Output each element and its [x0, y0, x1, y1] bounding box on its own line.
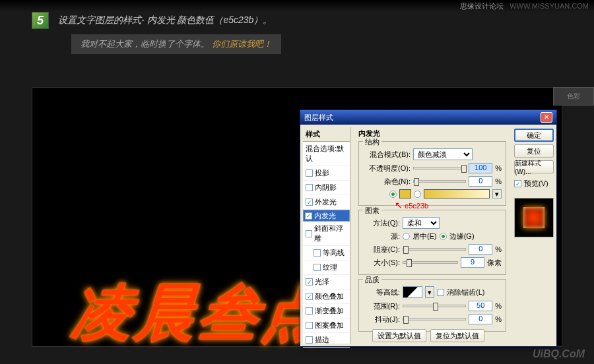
style-checkbox[interactable]: ✓	[306, 293, 313, 300]
new-style-button[interactable]: 新建样式(W)...	[514, 160, 554, 173]
reset-default-button[interactable]: 复位为默认值	[430, 329, 484, 342]
glowing-text-preview: 凌晨叁点	[69, 272, 329, 354]
step-instruction: 设置文字图层的样式- 内发光 颜色数值（e5c23b）。	[58, 15, 272, 26]
quality-group: 品质 等高线: ▾ 消除锯齿(L) 范围(R): 50 % 抖动(J):	[358, 279, 506, 332]
size-value[interactable]: 9	[461, 257, 484, 268]
antialias-label: 消除锯齿(L)	[447, 288, 484, 297]
style-item-5[interactable]: 等高线	[303, 246, 350, 260]
contour-dropdown-icon[interactable]: ▾	[425, 286, 434, 298]
style-checkbox[interactable]	[306, 322, 313, 329]
annotation-arrow-icon: ↖	[395, 200, 403, 210]
blend-options-default[interactable]: 混合选项:默认	[303, 142, 350, 166]
style-item-11[interactable]: 描边	[303, 333, 350, 348]
noise-slider[interactable]	[413, 180, 466, 183]
styles-list-panel: 样式 混合选项:默认 投影内阴影✓外发光✓内发光斜面和浮雕等高线纹理✓光泽✓颜色…	[303, 127, 350, 344]
opacity-value[interactable]: 100	[469, 163, 492, 173]
style-item-label: 内发光	[314, 211, 336, 221]
style-item-label: 颜色叠加	[315, 291, 344, 301]
source-center-label: 居中(E)	[412, 231, 437, 241]
style-checkbox[interactable]: ✓	[306, 278, 313, 286]
style-preview-thumbnail	[514, 198, 554, 237]
style-item-9[interactable]: 渐变叠加	[303, 304, 350, 318]
source-edge-label: 边缘(G)	[449, 231, 475, 241]
style-checkbox[interactable]	[306, 184, 313, 191]
jitter-slider[interactable]	[403, 318, 466, 320]
choke-slider[interactable]	[403, 248, 466, 251]
style-item-label: 斜面和浮雕	[314, 224, 347, 243]
style-item-6[interactable]: 纹理	[303, 260, 350, 275]
size-label: 大小(S):	[363, 258, 400, 268]
style-item-label: 投影	[315, 168, 329, 178]
structure-group: 结构 混合模式(B): 颜色减淡 不透明度(O): 100 % 杂色(N): 0…	[358, 141, 506, 206]
bottom-watermark: UiBQ.CoM	[533, 348, 585, 360]
source-center-radio[interactable]	[403, 233, 410, 240]
glow-gradient-swatch[interactable]	[424, 189, 490, 198]
antialias-checkbox[interactable]	[437, 289, 444, 296]
style-item-4[interactable]: 斜面和浮雕	[303, 222, 350, 246]
style-item-7[interactable]: ✓光泽	[303, 275, 350, 289]
gradient-dropdown-icon[interactable]: ▾	[492, 189, 502, 198]
step-header: 5 设置文字图层的样式- 内发光 颜色数值（e5c23b）。	[32, 12, 272, 29]
style-item-0[interactable]: 投影	[303, 166, 350, 181]
glow-color-swatch[interactable]	[399, 189, 411, 198]
range-label: 范围(R):	[363, 301, 400, 311]
color-radio[interactable]	[389, 191, 397, 198]
color-annotation: ↖ e5c23b	[395, 200, 428, 210]
style-item-label: 外发光	[315, 197, 337, 207]
contour-picker[interactable]	[403, 286, 422, 298]
size-unit: 像素	[487, 258, 502, 268]
style-item-8[interactable]: ✓颜色叠加	[303, 289, 350, 304]
note-text-a: 我对不起大家，临时换了个字体。	[81, 39, 209, 49]
size-slider[interactable]	[403, 261, 458, 264]
technique-label: 方法(Q):	[363, 218, 400, 228]
preview-checkbox[interactable]: ✓	[514, 180, 521, 187]
opacity-slider[interactable]	[413, 167, 466, 169]
style-checkbox[interactable]	[314, 264, 321, 271]
style-item-2[interactable]: ✓外发光	[303, 195, 350, 210]
close-icon[interactable]: ✕	[541, 112, 552, 123]
preview-label: 预览(V)	[524, 179, 548, 189]
cancel-button[interactable]: 复位	[514, 144, 554, 158]
style-checkbox[interactable]	[306, 169, 313, 177]
jitter-value[interactable]: 0	[469, 314, 492, 324]
ok-button[interactable]: 确定	[514, 129, 554, 142]
style-item-label: 内阴影	[315, 183, 337, 193]
style-item-3[interactable]: ✓内发光	[303, 210, 350, 222]
dialog-right-panel: 确定 复位 新建样式(W)... ✓ 预览(V)	[512, 125, 556, 346]
style-item-label: 光泽	[315, 277, 329, 287]
style-checkbox[interactable]	[306, 230, 312, 237]
opacity-label: 不透明度(O):	[363, 164, 411, 173]
noise-label: 杂色(N):	[363, 177, 411, 187]
source-edge-radio[interactable]	[440, 233, 447, 240]
choke-unit: %	[495, 245, 502, 253]
style-item-1[interactable]: 内阴影	[303, 181, 350, 195]
dialog-titlebar[interactable]: 图层样式 ✕	[300, 110, 556, 125]
ps-side-panel[interactable]: 色彩	[553, 87, 594, 106]
style-checkbox[interactable]: ✓	[305, 212, 312, 220]
style-item-10[interactable]: 图案叠加	[303, 318, 350, 333]
range-slider[interactable]	[403, 305, 466, 307]
elements-group-title: 图素	[363, 206, 381, 216]
range-value[interactable]: 50	[469, 301, 492, 311]
technique-select[interactable]: 柔和	[403, 217, 440, 229]
gradient-radio[interactable]	[414, 191, 421, 198]
jitter-unit: %	[495, 315, 502, 323]
style-checkbox[interactable]	[306, 336, 313, 344]
style-checkbox[interactable]	[306, 307, 313, 315]
contour-label: 等高线:	[363, 288, 400, 297]
style-item-label: 等高线	[323, 248, 345, 258]
panel-label: 色彩	[567, 92, 580, 101]
elements-group: 图素 方法(Q): 柔和 源: 居中(E) 边缘(G) 阻塞(C): 0 %	[358, 210, 506, 275]
preview-square	[523, 207, 544, 228]
blend-mode-select[interactable]: 颜色减淡	[413, 148, 473, 160]
site-url: WWW.MISSYUAN.COM	[510, 2, 589, 10]
choke-value[interactable]: 0	[469, 244, 492, 255]
style-checkbox[interactable]: ✓	[306, 198, 313, 206]
style-checkbox[interactable]	[314, 249, 321, 257]
choke-label: 阻塞(C):	[363, 245, 400, 255]
set-default-button[interactable]: 设置为默认值	[372, 329, 426, 342]
noise-value[interactable]: 0	[469, 176, 492, 187]
top-watermark-bar: 思缘设计论坛 WWW.MISSYUAN.COM	[0, 0, 594, 12]
dialog-settings-panel: 内发光 结构 混合模式(B): 颜色减淡 不透明度(O): 100 % 杂色(N…	[353, 125, 512, 346]
layer-style-dialog: 图层样式 ✕ 样式 混合选项:默认 投影内阴影✓外发光✓内发光斜面和浮雕等高线纹…	[300, 109, 557, 347]
